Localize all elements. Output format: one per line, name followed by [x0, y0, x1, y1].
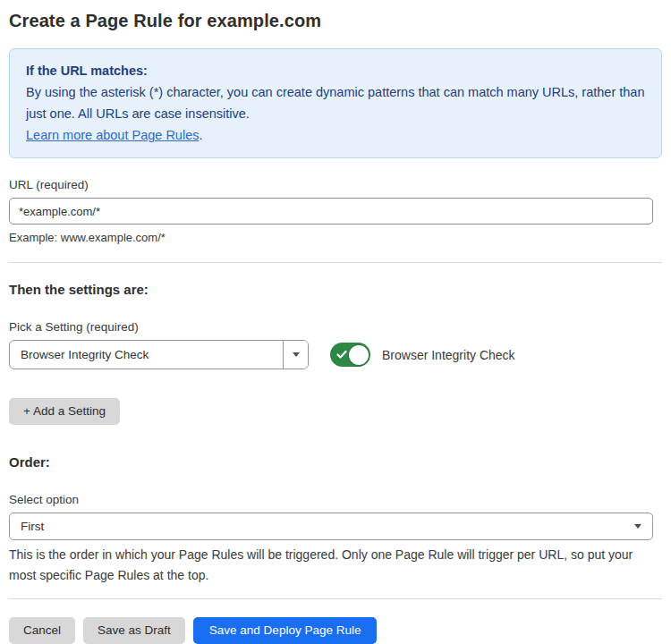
chevron-down-icon	[293, 352, 300, 357]
footer-divider	[9, 598, 662, 599]
order-select-value: First	[10, 520, 634, 533]
add-setting-button[interactable]: + Add a Setting	[9, 398, 120, 425]
chevron-down-icon	[634, 524, 641, 529]
check-icon	[336, 349, 347, 360]
info-box-body: By using the asterisk (*) character, you…	[26, 81, 645, 124]
page-title: Create a Page Rule for example.com	[9, 11, 662, 31]
learn-more-link[interactable]: Learn more about Page Rules	[26, 128, 199, 142]
order-heading: Order:	[9, 454, 662, 470]
toggle-knob	[349, 345, 369, 365]
setting-select-arrow-button[interactable]	[283, 341, 308, 369]
url-label: URL (required)	[9, 178, 662, 191]
browser-integrity-toggle[interactable]	[330, 343, 370, 367]
cancel-button[interactable]: Cancel	[9, 617, 75, 644]
save-deploy-button[interactable]: Save and Deploy Page Rule	[193, 617, 378, 644]
order-help-text: This is the order in which your Page Rul…	[9, 545, 655, 586]
link-period: .	[199, 128, 202, 142]
url-input[interactable]	[9, 198, 653, 225]
pick-setting-label: Pick a Setting (required)	[9, 320, 662, 334]
setting-select-value: Browser Integrity Check	[10, 348, 283, 361]
create-page-rule-panel: Create a Page Rule for example.com If th…	[0, 0, 671, 644]
setting-row: Browser Integrity Check Browser Integrit…	[9, 340, 662, 369]
order-select[interactable]: First	[9, 513, 653, 540]
setting-select[interactable]: Browser Integrity Check	[9, 340, 309, 369]
save-draft-button[interactable]: Save as Draft	[83, 617, 185, 644]
info-box-link-line: Learn more about Page Rules.	[26, 124, 645, 146]
info-box-heading: If the URL matches:	[26, 60, 645, 81]
url-example-hint: Example: www.example.com/*	[9, 231, 662, 244]
section-divider	[9, 262, 662, 263]
toggle-setting-label: Browser Integrity Check	[382, 348, 515, 362]
url-match-info-box: If the URL matches: By using the asteris…	[9, 48, 662, 158]
select-option-label: Select option	[9, 493, 662, 506]
settings-heading: Then the settings are:	[9, 282, 662, 297]
footer-actions: Cancel Save as Draft Save and Deploy Pag…	[9, 617, 662, 644]
